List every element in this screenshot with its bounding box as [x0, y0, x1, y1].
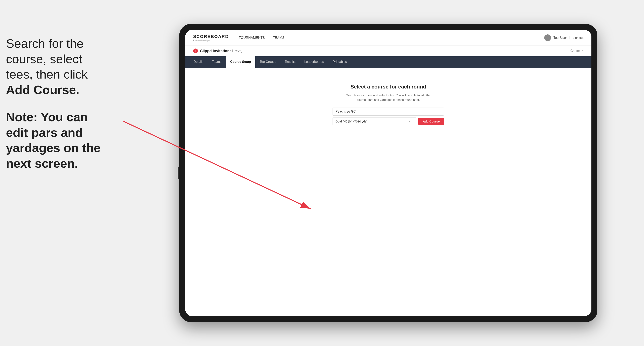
tab-course-setup[interactable]: Course Setup — [226, 56, 255, 68]
top-nav: SCOREBOARD Powered by clippd TOURNAMENTS… — [185, 30, 592, 46]
note-text: Note: You canedit pars andyardages on th… — [6, 109, 126, 171]
logo-subtitle: Powered by clippd — [193, 39, 229, 41]
tee-select-controls: × ⌄ — [408, 120, 414, 123]
instruction-text: Search for thecourse, selecttees, then c… — [6, 36, 126, 97]
cancel-label: Cancel — [570, 49, 580, 53]
bold-instruction: Add Course. — [6, 83, 80, 97]
tee-select[interactable]: Gold (M) (M) (7010 yds) × ⌄ — [332, 118, 416, 125]
logo-title: SCOREBOARD — [193, 34, 229, 39]
tab-bar: Details Teams Course Setup Tee Groups Re… — [185, 56, 592, 68]
tournament-header: C Clippd Invitational (Men) Cancel × — [185, 46, 592, 56]
course-setup-card: Select a course for each round Search fo… — [332, 84, 444, 125]
user-name: Test User — [554, 36, 567, 40]
tablet-side-button — [178, 167, 179, 179]
nav-link-teams[interactable]: TEAMS — [273, 36, 284, 40]
tournament-name-area: C Clippd Invitational (Men) — [193, 48, 242, 53]
nav-link-tournaments[interactable]: TOURNAMENTS — [239, 36, 265, 40]
tab-results[interactable]: Results — [280, 56, 300, 68]
tab-tee-groups[interactable]: Tee Groups — [255, 56, 280, 68]
card-title: Select a course for each round — [350, 84, 426, 90]
cancel-button[interactable]: Cancel × — [570, 49, 584, 53]
tournament-name: Clippd Invitational — [200, 49, 233, 53]
user-avatar — [544, 34, 551, 41]
tee-chevron-icon[interactable]: ⌄ — [411, 120, 414, 123]
card-description: Search for a course and select a tee. Yo… — [346, 93, 430, 102]
tab-leaderboards[interactable]: Leaderboards — [300, 56, 328, 68]
logo-area: SCOREBOARD Powered by clippd — [193, 34, 229, 41]
sign-out-link[interactable]: Sign out — [572, 36, 584, 39]
nav-right: Test User | Sign out — [544, 34, 584, 41]
tablet-device: SCOREBOARD Powered by clippd TOURNAMENTS… — [179, 24, 598, 322]
tee-select-row: Gold (M) (M) (7010 yds) × ⌄ Add Course — [332, 118, 444, 125]
tablet-screen: SCOREBOARD Powered by clippd TOURNAMENTS… — [185, 30, 592, 316]
instruction-panel: Search for thecourse, selecttees, then c… — [6, 36, 126, 171]
nav-left: SCOREBOARD Powered by clippd TOURNAMENTS… — [193, 34, 284, 41]
tab-teams[interactable]: Teams — [208, 56, 226, 68]
cancel-icon: × — [582, 49, 584, 53]
course-search-input[interactable] — [332, 108, 444, 116]
tab-printables[interactable]: Printables — [328, 56, 351, 68]
tee-clear-icon[interactable]: × — [408, 120, 410, 123]
add-course-button[interactable]: Add Course — [418, 118, 444, 125]
nav-links: TOURNAMENTS TEAMS — [239, 36, 284, 40]
tournament-icon: C — [193, 48, 198, 53]
main-content: Select a course for each round Search fo… — [185, 68, 592, 316]
nav-pipe: | — [569, 36, 570, 40]
tab-details[interactable]: Details — [189, 56, 208, 68]
tee-select-value: Gold (M) (M) (7010 yds) — [336, 120, 368, 123]
tournament-badge: (Men) — [235, 49, 242, 53]
